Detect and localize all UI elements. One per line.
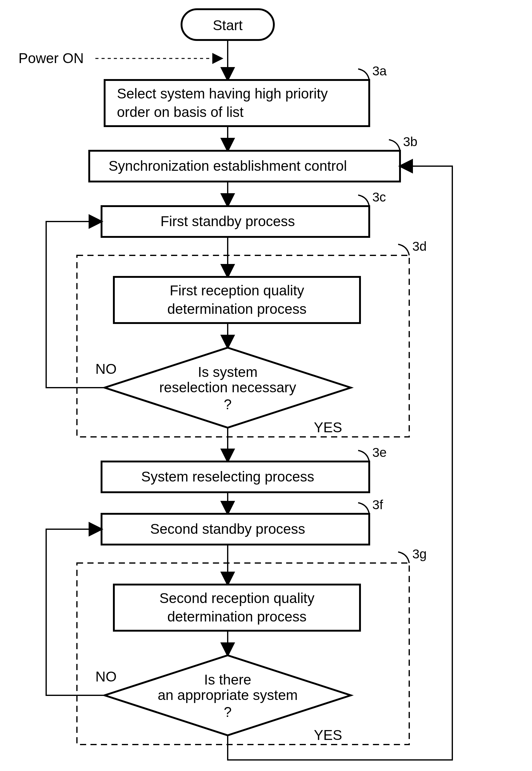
start-label: Start <box>213 17 242 33</box>
box-second-reception-l2: determination process <box>167 609 307 625</box>
label-3f: 3f <box>372 497 383 512</box>
label-3g: 3g <box>412 547 427 561</box>
dec1-l2: reselection necessary <box>159 379 296 395</box>
dec2-l1: Is there <box>204 672 251 688</box>
box-3b-text: Synchronization establishment control <box>109 158 347 174</box>
leader-3c <box>358 195 369 206</box>
dec1-l3: ? <box>224 396 232 412</box>
box-3f-text: Second standby process <box>150 521 305 537</box>
dec2-l3: ? <box>224 704 232 720</box>
box-3c-text: First standby process <box>160 213 295 229</box>
dec2-yes: YES <box>314 727 342 743</box>
label-3d: 3d <box>412 239 427 254</box>
leader-3b <box>389 140 400 151</box>
box-3a-line1: Select system having high priority <box>117 86 328 102</box>
dec1-yes: YES <box>314 419 342 435</box>
box-second-reception-l1: Second reception quality <box>159 590 314 606</box>
box-first-reception-l2: determination process <box>167 301 307 317</box>
box-first-reception-l1: First reception quality <box>170 282 304 298</box>
label-3b: 3b <box>403 134 418 149</box>
dec1-no: NO <box>95 361 117 377</box>
leader-3g <box>398 552 409 563</box>
box-3a-line2: order on basis of list <box>117 104 244 120</box>
box-3e-text: System reselecting process <box>141 469 314 485</box>
flowchart-canvas: Start Power ON Select system having high… <box>0 0 532 771</box>
leader-3a <box>358 69 369 80</box>
leader-3d <box>398 244 409 255</box>
dec1-l1: Is system <box>198 364 258 380</box>
label-3a: 3a <box>372 64 387 78</box>
label-3c: 3c <box>372 190 386 204</box>
dec2-no: NO <box>95 669 117 685</box>
leader-3f <box>358 503 369 514</box>
leader-3e <box>358 450 369 461</box>
power-on-label: Power ON <box>18 50 84 66</box>
label-3e: 3e <box>372 445 387 460</box>
dec2-l2: an appropriate system <box>158 687 298 703</box>
